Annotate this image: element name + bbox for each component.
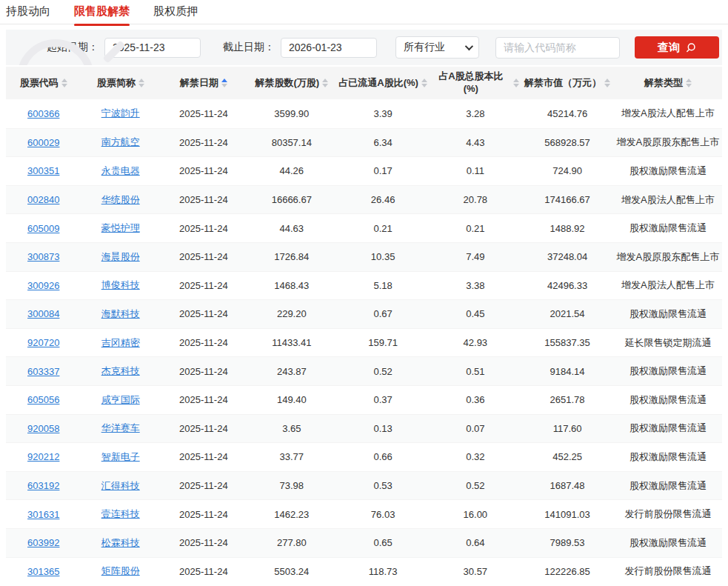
stock-code-cell: 920058 <box>6 423 81 434</box>
tab-equity-pledge[interactable]: 股权质押 <box>153 4 198 24</box>
stock-code-link[interactable]: 002840 <box>27 194 59 205</box>
unlock-shares-cell: 80357.14 <box>247 137 336 148</box>
column-header[interactable]: 股票简称 <box>81 67 160 99</box>
sort-icon[interactable] <box>138 79 144 87</box>
stock-code-cell: 002840 <box>6 194 81 205</box>
stock-code-link[interactable]: 300351 <box>27 165 59 176</box>
stock-code-cell: 603992 <box>6 537 81 548</box>
stock-code-link[interactable]: 300084 <box>27 308 59 319</box>
column-header[interactable]: 解禁类型 <box>614 67 722 99</box>
pct-float-a-cell: 0.53 <box>336 480 430 491</box>
stock-name-link[interactable]: 杰克科技 <box>101 365 140 376</box>
unlock-type-cell: 股权激励限售流通 <box>614 479 722 493</box>
stock-name-link[interactable]: 南方航空 <box>101 136 140 147</box>
tab-holdings-trend[interactable]: 持股动向 <box>6 4 50 24</box>
column-header[interactable]: 股票代码 <box>6 67 81 99</box>
column-header[interactable]: 解禁日期 <box>160 67 247 99</box>
stock-name-link[interactable]: 吉冈精密 <box>101 337 140 348</box>
stock-code-link[interactable]: 920058 <box>27 423 59 434</box>
unlock-type-cell: 股权激励限售流通 <box>614 536 722 550</box>
unlock-date-cell: 2025-11-24 <box>160 251 247 262</box>
stock-code-link[interactable]: 603992 <box>27 537 59 548</box>
pct-float-a-cell: 159.71 <box>336 337 430 348</box>
column-header[interactable]: 解禁市值（万元） <box>521 67 614 99</box>
unlock-value-cell: 42496.33 <box>521 280 614 291</box>
stock-code-link[interactable]: 920212 <box>27 451 59 462</box>
table-row: 603992松霖科技2025-11-24277.800.650.647989.5… <box>6 528 722 557</box>
sort-icon[interactable] <box>604 79 610 87</box>
unlock-date-cell: 2025-11-24 <box>160 280 247 291</box>
table-row: 605056咸亨国际2025-11-24149.400.370.362651.7… <box>6 385 722 414</box>
pct-total-a-cell: 0.51 <box>430 366 521 377</box>
stock-name-link[interactable]: 海晨股份 <box>101 251 140 262</box>
stock-code-cell: 300351 <box>6 165 81 176</box>
column-header[interactable]: 占已流通A股比(%) <box>336 67 430 99</box>
pct-total-a-cell: 7.49 <box>430 251 521 262</box>
stock-code-link[interactable]: 300873 <box>27 251 59 262</box>
stock-code-link[interactable]: 301365 <box>27 566 59 577</box>
stock-name-cell: 华洋赛车 <box>81 422 160 435</box>
pct-float-a-cell: 0.37 <box>336 394 430 405</box>
table-row: 920212智新电子2025-11-2433.770.660.32452.25股… <box>6 442 722 471</box>
stock-name-link[interactable]: 永贵电器 <box>101 165 140 176</box>
unlock-shares-cell: 11433.41 <box>247 337 336 348</box>
stock-name-link[interactable]: 松霖科技 <box>101 537 140 548</box>
unlock-shares-cell: 277.80 <box>247 537 336 548</box>
unlock-value-cell: 452.25 <box>521 451 614 462</box>
sort-icon[interactable] <box>421 79 427 87</box>
stock-code-link[interactable]: 605009 <box>27 223 59 234</box>
unlock-value-cell: 568928.57 <box>521 137 614 148</box>
stock-code-link[interactable]: 300926 <box>27 280 59 291</box>
unlock-date-cell: 2025-11-24 <box>160 194 247 205</box>
stock-code-cell: 603192 <box>6 480 81 491</box>
sort-icon[interactable] <box>513 79 519 87</box>
stock-name-link[interactable]: 矩阵股份 <box>101 565 140 576</box>
stock-name-link[interactable]: 华统股份 <box>101 194 140 205</box>
code-search-input[interactable] <box>495 37 620 59</box>
tab-restricted-share-unlock[interactable]: 限售股解禁 <box>74 4 130 24</box>
stock-code-cell: 301631 <box>6 509 81 520</box>
unlock-date-cell: 2025-11-24 <box>160 566 247 577</box>
column-header[interactable]: 占A股总股本比(%) <box>430 67 521 99</box>
query-button[interactable]: 查询 <box>635 36 719 59</box>
stock-name-link[interactable]: 豪悦护理 <box>101 222 140 233</box>
stock-name-link[interactable]: 壹连科技 <box>101 508 140 519</box>
stock-name-link[interactable]: 宁波韵升 <box>101 107 140 119</box>
stock-name-cell: 矩阵股份 <box>81 565 160 578</box>
stock-code-link[interactable]: 920720 <box>27 337 59 348</box>
stock-name-cell: 豪悦护理 <box>81 222 160 235</box>
unlock-value-cell: 2021.54 <box>521 308 614 319</box>
stock-name-link[interactable]: 咸亨国际 <box>101 394 140 405</box>
stock-code-link[interactable]: 603337 <box>27 366 59 377</box>
stock-name-link[interactable]: 博俊科技 <box>101 279 140 290</box>
stock-name-link[interactable]: 智新电子 <box>101 451 140 462</box>
pct-float-a-cell: 0.17 <box>336 165 430 176</box>
stock-name-link[interactable]: 华洋赛车 <box>101 422 140 433</box>
end-date-input[interactable] <box>281 38 377 58</box>
pct-total-a-cell: 4.43 <box>430 137 521 148</box>
pct-float-a-cell: 0.52 <box>336 366 430 377</box>
sort-icon[interactable] <box>61 79 67 87</box>
unlock-type-cell: 延长限售锁定期流通 <box>614 336 722 350</box>
industry-select[interactable]: 所有行业 <box>395 36 479 59</box>
stock-code-link[interactable]: 600366 <box>27 108 59 119</box>
pct-total-a-cell: 0.32 <box>430 451 521 462</box>
column-header[interactable]: 解禁股数(万股) <box>247 67 336 99</box>
stock-code-link[interactable]: 301631 <box>27 509 59 520</box>
pct-total-a-cell: 20.78 <box>430 194 521 205</box>
stock-code-cell: 603337 <box>6 366 81 377</box>
unlock-date-cell: 2025-11-24 <box>160 366 247 377</box>
stock-code-cell: 605009 <box>6 223 81 234</box>
pct-total-a-cell: 0.64 <box>430 537 521 548</box>
sort-icon[interactable] <box>322 79 328 87</box>
unlock-shares-cell: 16666.67 <box>247 194 336 205</box>
stock-code-link[interactable]: 605056 <box>27 394 59 405</box>
stock-name-link[interactable]: 海默科技 <box>101 308 140 319</box>
sort-icon[interactable] <box>221 79 227 87</box>
table-row: 603192汇得科技2025-11-2473.980.530.521687.48… <box>6 471 722 500</box>
stock-name-link[interactable]: 汇得科技 <box>101 480 140 491</box>
sort-icon[interactable] <box>686 79 692 87</box>
stock-code-link[interactable]: 603192 <box>27 480 59 491</box>
unlock-value-cell: 122226.85 <box>521 566 614 577</box>
stock-code-link[interactable]: 600029 <box>27 137 59 148</box>
